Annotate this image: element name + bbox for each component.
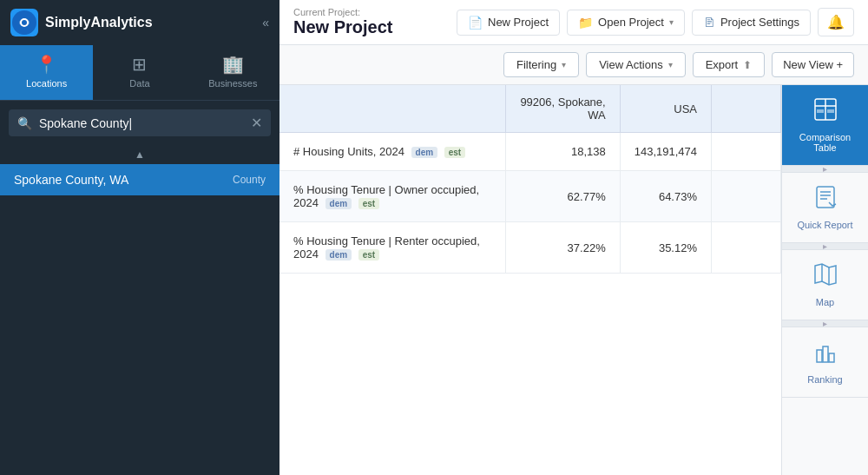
search-bar: 🔍 ✕ xyxy=(9,109,271,136)
row1-usa-val: 143,191,474 xyxy=(620,133,711,171)
ranking-label: Ranking xyxy=(807,374,842,385)
logo-text: SimplyAnalytics xyxy=(45,15,153,30)
quick-report-label: Quick Report xyxy=(797,220,852,230)
locations-icon: 📍 xyxy=(36,54,57,75)
search-icon: 🔍 xyxy=(17,116,32,130)
app-container: SimplyAnalytics « 📍 Locations ⊞ Data 🏢 B… xyxy=(0,0,868,475)
project-settings-button[interactable]: 🖹 Project Settings xyxy=(692,10,811,36)
location-type: County xyxy=(233,174,266,186)
sidebar-tab-data[interactable]: ⊞ Data xyxy=(93,45,186,100)
badge-est: est xyxy=(358,249,379,261)
svg-rect-17 xyxy=(829,353,834,362)
location-name: Spokane County, WA xyxy=(14,173,128,187)
sidebar-tab-locations[interactable]: 📍 Locations xyxy=(0,45,93,100)
quick-report-icon xyxy=(813,185,838,214)
main-area: Current Project: New Project 📄 New Proje… xyxy=(279,0,868,475)
notifications-button[interactable]: 🔔 xyxy=(818,8,854,36)
row2-usa-val: 64.73% xyxy=(620,171,711,222)
row3-usa-val: 35.12% xyxy=(620,222,711,274)
row2-extra xyxy=(712,171,781,222)
open-project-button[interactable]: 📁 Open Project ▾ xyxy=(567,10,685,36)
badge-est: est xyxy=(444,147,465,158)
sidebar-tab-businesses[interactable]: 🏢 Businesses xyxy=(187,45,279,100)
open-project-label: Open Project xyxy=(598,16,664,29)
table-row: % Housing Tenure | Renter occupied, 2024… xyxy=(279,222,781,274)
svg-rect-7 xyxy=(827,109,834,113)
location-result-item[interactable]: Spokane County, WA County xyxy=(0,164,279,195)
panel-item-map[interactable]: Map xyxy=(782,250,868,320)
table-area: 99206, Spokane, WA USA # Housing Units, … xyxy=(279,85,781,475)
caret-indicator: ▲ xyxy=(0,145,279,164)
row1-extra xyxy=(712,133,781,171)
content-area: 99206, Spokane, WA USA # Housing Units, … xyxy=(279,85,868,475)
svg-point-2 xyxy=(22,20,27,25)
panel-separator-3: ▸ xyxy=(782,320,868,327)
open-project-icon: 📁 xyxy=(578,16,593,30)
businesses-label: Businesses xyxy=(208,78,257,89)
businesses-icon: 🏢 xyxy=(222,54,244,75)
collapse-button[interactable]: « xyxy=(262,16,269,30)
view-actions-label: View Actions xyxy=(599,58,662,71)
new-project-icon: 📄 xyxy=(468,16,483,30)
panel-item-comparison-table[interactable]: Comparison Table xyxy=(782,85,868,166)
table-row: % Housing Tenure | Owner occupied, 2024 … xyxy=(279,171,781,222)
project-settings-label: Project Settings xyxy=(720,16,799,29)
topbar-actions: 📄 New Project 📁 Open Project ▾ 🖹 Project… xyxy=(457,8,854,36)
table-row: # Housing Units, 2024 dem est 18,138 143… xyxy=(279,133,781,171)
clear-search-button[interactable]: ✕ xyxy=(251,115,262,131)
logo: SimplyAnalytics xyxy=(10,9,153,36)
row3-variable: % Housing Tenure | Renter occupied, 2024… xyxy=(279,222,505,274)
map-label: Map xyxy=(816,297,834,307)
panel-item-quick-report[interactable]: Quick Report xyxy=(782,173,868,243)
row2-spokane-val: 62.77% xyxy=(505,171,620,222)
open-project-chevron: ▾ xyxy=(669,17,674,27)
search-input[interactable] xyxy=(39,116,244,130)
row1-variable: # Housing Units, 2024 dem est xyxy=(279,133,505,171)
sidebar-tabs: 📍 Locations ⊞ Data 🏢 Businesses xyxy=(0,45,279,101)
export-icon: ⬆ xyxy=(743,59,752,71)
new-project-button[interactable]: 📄 New Project xyxy=(457,10,560,36)
svg-rect-15 xyxy=(817,350,822,362)
col-header-usa: USA xyxy=(620,85,711,133)
col-header-empty xyxy=(712,85,781,133)
bell-icon: 🔔 xyxy=(827,15,845,30)
svg-rect-16 xyxy=(823,346,828,362)
row2-variable: % Housing Tenure | Owner occupied, 2024 … xyxy=(279,171,505,222)
col-header-spokane: 99206, Spokane, WA xyxy=(505,85,620,133)
badge-dem: dem xyxy=(411,147,438,158)
svg-marker-12 xyxy=(815,264,836,285)
view-actions-chevron: ▾ xyxy=(668,60,673,69)
col-header-variable xyxy=(279,85,505,133)
data-icon: ⊞ xyxy=(132,54,147,75)
project-info: Current Project: New Project xyxy=(293,7,443,37)
panel-separator-2: ▸ xyxy=(782,243,868,250)
view-actions-button[interactable]: View Actions ▾ xyxy=(586,52,685,77)
project-label: Current Project: xyxy=(293,7,443,17)
filtering-chevron: ▾ xyxy=(562,60,566,69)
svg-rect-6 xyxy=(817,109,824,113)
panel-separator-1: ▸ xyxy=(782,166,868,173)
filtering-label: Filtering xyxy=(516,58,556,71)
logo-icon xyxy=(10,9,38,36)
project-settings-icon: 🖹 xyxy=(703,16,715,30)
new-view-label: New View + xyxy=(783,58,843,71)
new-view-button[interactable]: New View + xyxy=(772,52,854,77)
badge-dem: dem xyxy=(326,198,352,209)
export-button[interactable]: Export ⬆ xyxy=(693,52,766,77)
row3-extra xyxy=(712,222,781,274)
export-label: Export xyxy=(706,58,739,71)
row1-spokane-val: 18,138 xyxy=(505,133,620,171)
panel-item-ranking[interactable]: Ranking xyxy=(782,327,868,398)
project-name: New Project xyxy=(293,17,443,37)
map-icon xyxy=(813,262,838,292)
comparison-table-label: Comparison Table xyxy=(789,132,861,153)
filtering-button[interactable]: Filtering ▾ xyxy=(503,52,579,77)
comparison-table: 99206, Spokane, WA USA # Housing Units, … xyxy=(279,85,781,274)
comparison-table-icon xyxy=(813,97,838,127)
topbar: Current Project: New Project 📄 New Proje… xyxy=(279,0,868,45)
badge-est: est xyxy=(358,198,379,209)
sidebar: SimplyAnalytics « 📍 Locations ⊞ Data 🏢 B… xyxy=(0,0,279,475)
toolbar: Filtering ▾ View Actions ▾ Export ⬆ New … xyxy=(279,45,868,85)
ranking-icon xyxy=(813,340,838,369)
right-panel: Comparison Table ▸ Quick Report xyxy=(781,85,868,475)
